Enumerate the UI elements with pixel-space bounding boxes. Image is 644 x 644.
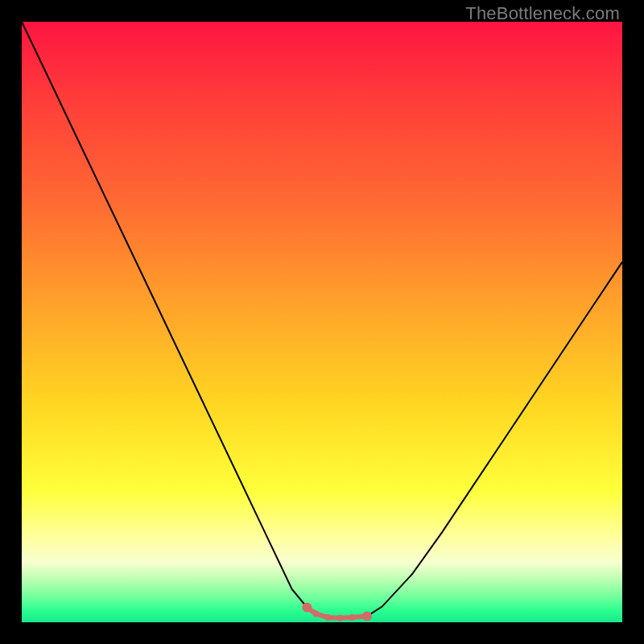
flat-dot — [336, 615, 343, 621]
plot-area — [22, 22, 622, 622]
flat-dot — [302, 602, 312, 612]
outer-frame: TheBottleneck.com — [0, 0, 644, 644]
flat-dot — [362, 612, 372, 621]
bottleneck-curve — [22, 22, 622, 618]
flat-dot — [349, 614, 355, 621]
curve-svg — [22, 22, 622, 622]
flat-dot — [313, 611, 320, 617]
flat-dot — [325, 614, 332, 621]
